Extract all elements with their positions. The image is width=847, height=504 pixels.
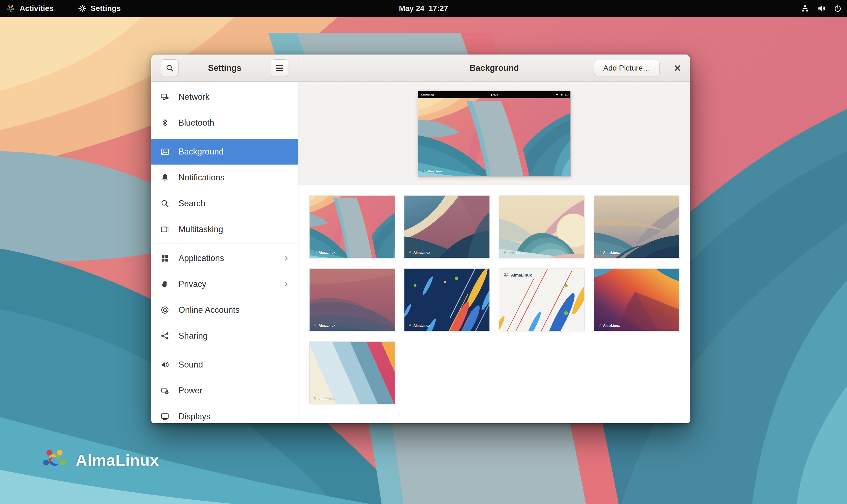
thumbnail-watermark: AlmaLinux [503, 251, 525, 254]
battery-power-icon [160, 386, 169, 395]
close-button[interactable] [672, 62, 683, 74]
thumbnail-watermark: AlmaLinux [313, 251, 335, 254]
wallpaper-grid: AlmaLinux [310, 196, 679, 404]
notifications-icon [160, 173, 169, 182]
preview-watermark: AlmaLinux [422, 170, 442, 173]
sidebar-item-displays[interactable]: Displays [151, 403, 298, 424]
sidebar-item-background[interactable]: Background [151, 139, 298, 165]
applications-icon [160, 254, 169, 263]
sidebar-item-privacy[interactable]: Privacy [151, 271, 298, 297]
almalinux-logo-icon [408, 324, 412, 327]
wallpaper-thumbnail-almalinux-dusk[interactable]: AlmaLinux [404, 196, 490, 258]
sidebar-item-search[interactable]: Search [151, 191, 298, 216]
sidebar-headerbar: Settings [151, 54, 298, 82]
clock-button[interactable]: May 24 17:27 [399, 0, 448, 17]
thumbnail-watermark: AlmaLinux [313, 397, 335, 400]
wallpaper-thumbnail-pastel-diagonal[interactable]: AlmaLinux [310, 342, 394, 404]
hamburger-icon [276, 65, 283, 71]
bluetooth-icon [160, 119, 169, 127]
background-icon [160, 147, 169, 156]
thumbnail-watermark: AlmaLinux [598, 251, 620, 254]
almalinux-logo-icon [313, 397, 317, 400]
wallpaper-thumbnail-almalinux-taupe[interactable]: AlmaLinux [594, 196, 679, 258]
display-icon [160, 412, 169, 421]
activities-button[interactable]: Activities [0, 0, 60, 17]
sidebar-item-label: Network [178, 92, 290, 102]
wallpaper-thumbnail-abstract-dark[interactable]: AlmaLinux [404, 269, 490, 331]
sidebar-item-label: Applications [178, 253, 273, 263]
multitasking-icon [160, 225, 169, 234]
nav-divider [151, 244, 298, 244]
sidebar-item-label: Privacy [178, 279, 273, 289]
search-button[interactable] [161, 59, 178, 77]
volume-icon [560, 93, 564, 96]
sidebar-item-power[interactable]: Power [151, 378, 298, 403]
sidebar-item-label: Multitasking [178, 224, 290, 234]
almalinux-logo-icon [6, 4, 15, 13]
desktop: AlmaLinux Activities Settings May 24 17:… [0, 0, 847, 504]
wallpaper-thumbnail-sunset-peaks[interactable]: AlmaLinux [594, 269, 679, 331]
nav-divider [151, 137, 298, 137]
volume-icon [817, 5, 825, 12]
top-bar: Activities Settings May 24 17:27 [0, 0, 847, 17]
sidebar: Settings N [151, 54, 298, 424]
almalinux-logo-icon [40, 446, 69, 474]
search-icon [160, 199, 169, 208]
sidebar-item-label: Sound [178, 360, 290, 370]
almalinux-logo-icon [598, 324, 601, 327]
power-icon [834, 5, 842, 12]
sidebar-item-multitasking[interactable]: Multitasking [151, 216, 298, 242]
gear-icon [78, 4, 86, 13]
preview-top-bar: Activities 17:27 [418, 91, 570, 98]
sidebar-item-applications[interactable]: Applications [151, 245, 298, 271]
content-headerbar: Background Add Picture… [298, 54, 690, 82]
sidebar-item-label: Displays [178, 412, 290, 421]
thumbnail-watermark: AlmaLinux [313, 324, 335, 327]
add-picture-button[interactable]: Add Picture… [594, 60, 659, 76]
close-icon [673, 64, 682, 72]
sidebar-item-label: Sharing [178, 331, 290, 341]
at-symbol-icon [160, 306, 169, 314]
sidebar-item-network[interactable]: Network [151, 84, 298, 110]
hand-privacy-icon [160, 280, 169, 288]
brand-wordmark: AlmaLinux [76, 451, 159, 469]
chevron-right-icon [283, 255, 290, 262]
background-panel: Background Add Picture… Activities 17:27 [298, 54, 690, 424]
current-wallpaper-preview: Activities 17:27 [418, 91, 571, 177]
app-menu-button[interactable]: Settings [72, 0, 127, 17]
share-icon [160, 331, 169, 340]
activities-label: Activities [20, 4, 54, 13]
almalinux-logo-icon [503, 272, 509, 278]
almalinux-brand: AlmaLinux [40, 446, 159, 474]
wallpaper-thumbnail-almalinux-pale[interactable]: AlmaLinux [499, 196, 584, 258]
status-area[interactable] [796, 0, 847, 17]
thumbnail-brand-logo: AlmaLinux [503, 272, 532, 278]
almalinux-logo-icon [313, 251, 317, 254]
preview-clock: 17:27 [491, 93, 498, 96]
wallpaper-thumbnail-almalinux-day[interactable]: AlmaLinux [310, 196, 394, 258]
current-wallpaper-band: Activities 17:27 [298, 82, 690, 185]
sidebar-item-label: Background [178, 147, 290, 157]
almalinux-logo-icon [422, 170, 425, 173]
almalinux-logo-icon [503, 251, 507, 254]
sidebar-item-bluetooth[interactable]: Bluetooth [151, 110, 298, 136]
wallpaper-thumbnail-abstract-light[interactable]: AlmaLinux [499, 269, 584, 331]
sidebar-item-online-accounts[interactable]: Online Accounts [151, 297, 298, 323]
sidebar-item-label: Power [178, 386, 290, 396]
sidebar-item-notifications[interactable]: Notifications [151, 165, 298, 191]
almalinux-logo-icon [313, 324, 317, 327]
thumbnail-watermark: AlmaLinux [408, 251, 430, 254]
menu-button[interactable] [271, 59, 288, 77]
preview-status-icons [555, 91, 569, 98]
thumbnail-watermark: AlmaLinux [408, 324, 430, 327]
battery-icon [565, 93, 569, 96]
sidebar-nav: Network Bluetooth Background [151, 82, 298, 424]
network-icon [160, 93, 169, 101]
sidebar-item-sound[interactable]: Sound [151, 352, 298, 378]
sidebar-item-sharing[interactable]: Sharing [151, 323, 298, 349]
almalinux-logo-icon [408, 251, 412, 254]
wallpaper-thumbnail-almalinux-maroon[interactable]: AlmaLinux [310, 269, 394, 331]
preview-wallpaper-image [418, 98, 570, 176]
almalinux-logo-icon [598, 251, 601, 254]
app-menu-label: Settings [91, 4, 121, 13]
